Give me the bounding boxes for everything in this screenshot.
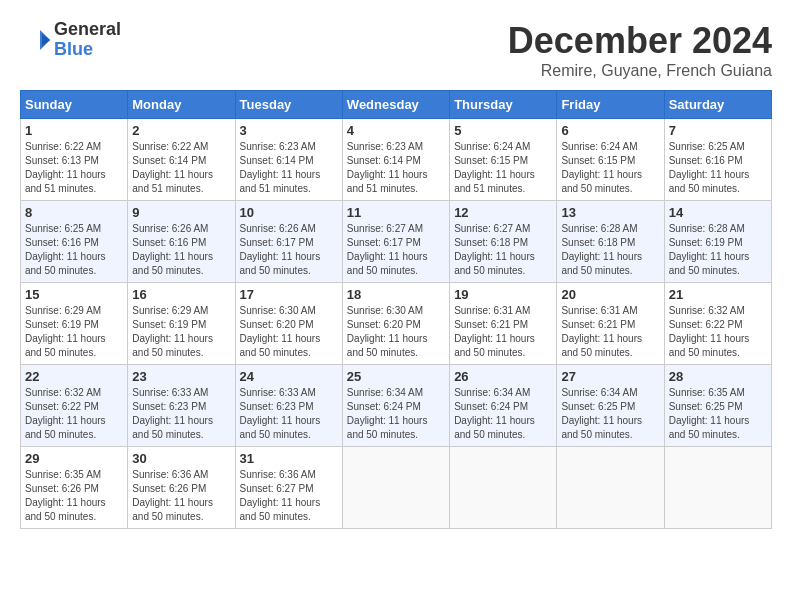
day-number: 9: [132, 205, 230, 220]
calendar-cell: 20Sunrise: 6:31 AMSunset: 6:21 PMDayligh…: [557, 283, 664, 365]
day-number: 23: [132, 369, 230, 384]
calendar-cell: 8Sunrise: 6:25 AMSunset: 6:16 PMDaylight…: [21, 201, 128, 283]
day-info: Sunrise: 6:26 AMSunset: 6:17 PMDaylight:…: [240, 222, 338, 278]
day-info: Sunrise: 6:32 AMSunset: 6:22 PMDaylight:…: [669, 304, 767, 360]
calendar-header-sunday: Sunday: [21, 91, 128, 119]
day-info: Sunrise: 6:29 AMSunset: 6:19 PMDaylight:…: [25, 304, 123, 360]
calendar-cell: [450, 447, 557, 529]
calendar-cell: 27Sunrise: 6:34 AMSunset: 6:25 PMDayligh…: [557, 365, 664, 447]
day-info: Sunrise: 6:33 AMSunset: 6:23 PMDaylight:…: [240, 386, 338, 442]
day-number: 25: [347, 369, 445, 384]
day-info: Sunrise: 6:22 AMSunset: 6:14 PMDaylight:…: [132, 140, 230, 196]
day-info: Sunrise: 6:28 AMSunset: 6:18 PMDaylight:…: [561, 222, 659, 278]
page-header: General Blue December 2024 Remire, Guyan…: [20, 20, 772, 80]
day-info: Sunrise: 6:34 AMSunset: 6:25 PMDaylight:…: [561, 386, 659, 442]
day-number: 20: [561, 287, 659, 302]
day-info: Sunrise: 6:36 AMSunset: 6:27 PMDaylight:…: [240, 468, 338, 524]
subtitle: Remire, Guyane, French Guiana: [508, 62, 772, 80]
day-info: Sunrise: 6:28 AMSunset: 6:19 PMDaylight:…: [669, 222, 767, 278]
day-number: 16: [132, 287, 230, 302]
calendar-header-tuesday: Tuesday: [235, 91, 342, 119]
logo: General Blue: [20, 20, 121, 60]
day-info: Sunrise: 6:24 AMSunset: 6:15 PMDaylight:…: [454, 140, 552, 196]
day-info: Sunrise: 6:35 AMSunset: 6:25 PMDaylight:…: [669, 386, 767, 442]
day-number: 4: [347, 123, 445, 138]
day-number: 28: [669, 369, 767, 384]
day-info: Sunrise: 6:25 AMSunset: 6:16 PMDaylight:…: [669, 140, 767, 196]
day-number: 17: [240, 287, 338, 302]
calendar-cell: 22Sunrise: 6:32 AMSunset: 6:22 PMDayligh…: [21, 365, 128, 447]
calendar-cell: 17Sunrise: 6:30 AMSunset: 6:20 PMDayligh…: [235, 283, 342, 365]
calendar-cell: 18Sunrise: 6:30 AMSunset: 6:20 PMDayligh…: [342, 283, 449, 365]
day-number: 3: [240, 123, 338, 138]
day-number: 29: [25, 451, 123, 466]
calendar-header-monday: Monday: [128, 91, 235, 119]
day-number: 22: [25, 369, 123, 384]
calendar-cell: 7Sunrise: 6:25 AMSunset: 6:16 PMDaylight…: [664, 119, 771, 201]
calendar-cell: 25Sunrise: 6:34 AMSunset: 6:24 PMDayligh…: [342, 365, 449, 447]
calendar-cell: 6Sunrise: 6:24 AMSunset: 6:15 PMDaylight…: [557, 119, 664, 201]
calendar-cell: 14Sunrise: 6:28 AMSunset: 6:19 PMDayligh…: [664, 201, 771, 283]
day-info: Sunrise: 6:34 AMSunset: 6:24 PMDaylight:…: [454, 386, 552, 442]
calendar-header-row: SundayMondayTuesdayWednesdayThursdayFrid…: [21, 91, 772, 119]
day-info: Sunrise: 6:27 AMSunset: 6:18 PMDaylight:…: [454, 222, 552, 278]
calendar-cell: 12Sunrise: 6:27 AMSunset: 6:18 PMDayligh…: [450, 201, 557, 283]
day-number: 14: [669, 205, 767, 220]
day-info: Sunrise: 6:22 AMSunset: 6:13 PMDaylight:…: [25, 140, 123, 196]
calendar-cell: 10Sunrise: 6:26 AMSunset: 6:17 PMDayligh…: [235, 201, 342, 283]
calendar-cell: 31Sunrise: 6:36 AMSunset: 6:27 PMDayligh…: [235, 447, 342, 529]
day-info: Sunrise: 6:25 AMSunset: 6:16 PMDaylight:…: [25, 222, 123, 278]
calendar-cell: [664, 447, 771, 529]
logo-icon: [20, 25, 50, 55]
day-number: 18: [347, 287, 445, 302]
calendar-cell: 28Sunrise: 6:35 AMSunset: 6:25 PMDayligh…: [664, 365, 771, 447]
day-number: 1: [25, 123, 123, 138]
calendar-header-thursday: Thursday: [450, 91, 557, 119]
day-info: Sunrise: 6:31 AMSunset: 6:21 PMDaylight:…: [561, 304, 659, 360]
svg-marker-1: [42, 33, 50, 47]
day-number: 12: [454, 205, 552, 220]
calendar-cell: 29Sunrise: 6:35 AMSunset: 6:26 PMDayligh…: [21, 447, 128, 529]
day-info: Sunrise: 6:26 AMSunset: 6:16 PMDaylight:…: [132, 222, 230, 278]
day-info: Sunrise: 6:34 AMSunset: 6:24 PMDaylight:…: [347, 386, 445, 442]
calendar-week-row: 1Sunrise: 6:22 AMSunset: 6:13 PMDaylight…: [21, 119, 772, 201]
calendar-cell: 26Sunrise: 6:34 AMSunset: 6:24 PMDayligh…: [450, 365, 557, 447]
calendar-cell: 1Sunrise: 6:22 AMSunset: 6:13 PMDaylight…: [21, 119, 128, 201]
calendar-cell: 9Sunrise: 6:26 AMSunset: 6:16 PMDaylight…: [128, 201, 235, 283]
day-number: 19: [454, 287, 552, 302]
day-number: 6: [561, 123, 659, 138]
logo-text: General Blue: [54, 20, 121, 60]
calendar-cell: 3Sunrise: 6:23 AMSunset: 6:14 PMDaylight…: [235, 119, 342, 201]
day-number: 21: [669, 287, 767, 302]
calendar-week-row: 8Sunrise: 6:25 AMSunset: 6:16 PMDaylight…: [21, 201, 772, 283]
day-number: 13: [561, 205, 659, 220]
calendar-cell: 23Sunrise: 6:33 AMSunset: 6:23 PMDayligh…: [128, 365, 235, 447]
day-info: Sunrise: 6:36 AMSunset: 6:26 PMDaylight:…: [132, 468, 230, 524]
day-info: Sunrise: 6:31 AMSunset: 6:21 PMDaylight:…: [454, 304, 552, 360]
calendar-cell: 24Sunrise: 6:33 AMSunset: 6:23 PMDayligh…: [235, 365, 342, 447]
calendar-cell: 30Sunrise: 6:36 AMSunset: 6:26 PMDayligh…: [128, 447, 235, 529]
day-number: 24: [240, 369, 338, 384]
calendar-cell: 16Sunrise: 6:29 AMSunset: 6:19 PMDayligh…: [128, 283, 235, 365]
logo-general: General: [54, 20, 121, 40]
day-number: 27: [561, 369, 659, 384]
day-number: 11: [347, 205, 445, 220]
day-number: 26: [454, 369, 552, 384]
calendar-cell: [557, 447, 664, 529]
day-info: Sunrise: 6:27 AMSunset: 6:17 PMDaylight:…: [347, 222, 445, 278]
calendar-cell: 19Sunrise: 6:31 AMSunset: 6:21 PMDayligh…: [450, 283, 557, 365]
day-info: Sunrise: 6:30 AMSunset: 6:20 PMDaylight:…: [240, 304, 338, 360]
day-info: Sunrise: 6:30 AMSunset: 6:20 PMDaylight:…: [347, 304, 445, 360]
logo-blue: Blue: [54, 40, 121, 60]
calendar-cell: 5Sunrise: 6:24 AMSunset: 6:15 PMDaylight…: [450, 119, 557, 201]
day-number: 2: [132, 123, 230, 138]
calendar-cell: 2Sunrise: 6:22 AMSunset: 6:14 PMDaylight…: [128, 119, 235, 201]
calendar-week-row: 22Sunrise: 6:32 AMSunset: 6:22 PMDayligh…: [21, 365, 772, 447]
day-number: 31: [240, 451, 338, 466]
title-area: December 2024 Remire, Guyane, French Gui…: [508, 20, 772, 80]
calendar-header-saturday: Saturday: [664, 91, 771, 119]
calendar-header-wednesday: Wednesday: [342, 91, 449, 119]
day-number: 5: [454, 123, 552, 138]
day-number: 15: [25, 287, 123, 302]
calendar-week-row: 29Sunrise: 6:35 AMSunset: 6:26 PMDayligh…: [21, 447, 772, 529]
